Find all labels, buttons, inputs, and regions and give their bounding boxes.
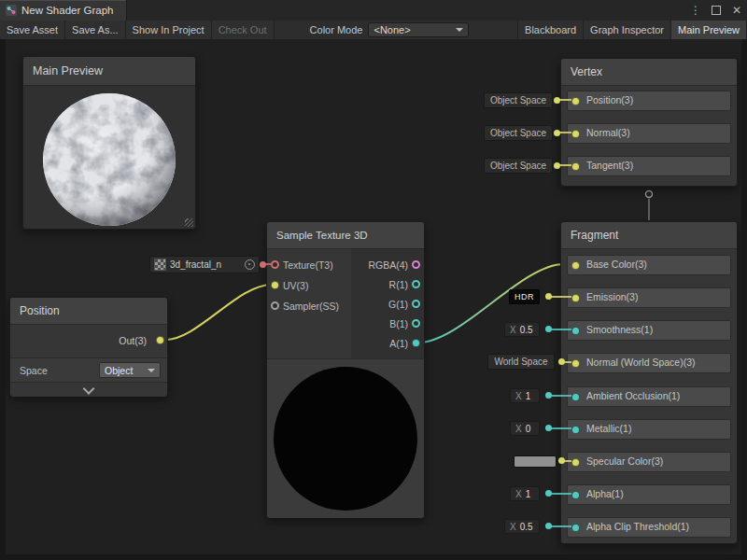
window-controls: ⋮ ✕ <box>689 0 743 21</box>
texture-thumbnail-icon <box>154 259 166 271</box>
x-prefix: X <box>515 391 522 401</box>
base-color-input-port[interactable] <box>571 261 580 270</box>
smoothness-row[interactable]: Smoothness(1) <box>567 320 731 341</box>
maximize-icon[interactable] <box>710 3 723 18</box>
main-preview-panel[interactable]: Main Preview <box>22 56 196 230</box>
normal-space-pill[interactable]: Object Space <box>484 125 553 141</box>
normal-input-port[interactable] <box>571 130 580 138</box>
titlebar: New Shader Graph ⋮ ✕ <box>0 0 747 21</box>
alpha-clip-row[interactable]: Alpha Clip Threshold(1) <box>567 517 731 538</box>
g-output-port[interactable] <box>412 300 420 308</box>
specular-color-input-port[interactable] <box>571 458 580 467</box>
default-stub <box>551 395 571 397</box>
document-tab[interactable]: New Shader Graph <box>0 0 127 21</box>
a-output-port[interactable] <box>412 339 420 347</box>
emission-input-port[interactable] <box>571 294 580 302</box>
alpha-row[interactable]: Alpha(1) <box>567 484 731 505</box>
ambient-occlusion-field[interactable]: X 1 <box>510 388 540 403</box>
position-space-row: Space Object <box>10 357 167 383</box>
tangent-input-port[interactable] <box>571 162 580 171</box>
graph-canvas[interactable]: Main Preview <box>0 39 747 560</box>
position-node-title[interactable]: Position <box>10 298 167 325</box>
alpha-clip-value: 0.5 <box>520 522 533 532</box>
connector-handle-icon[interactable] <box>646 191 653 198</box>
sample-node-title[interactable]: Sample Texture 3D <box>267 222 424 249</box>
tangent-space-pill[interactable]: Object Space <box>484 158 553 174</box>
resize-grip-icon[interactable] <box>185 218 193 227</box>
rgba-output-port[interactable] <box>412 260 420 269</box>
sample-texture-3d-node[interactable]: Sample Texture 3D Texture(T3) UV(3) Samp… <box>266 221 425 518</box>
save-as-button[interactable]: Save As... <box>65 21 126 39</box>
vertex-node[interactable]: Vertex Position(3) Normal(3) Tangent(3) <box>560 58 738 187</box>
space-dropdown-value: Object <box>105 365 133 376</box>
vertex-tangent-row[interactable]: Tangent(3) <box>567 156 731 176</box>
port-label: Specular Color(3) <box>586 455 663 467</box>
smoothness-field[interactable]: X 0.5 <box>504 322 540 337</box>
vertex-node-title[interactable]: Vertex <box>561 59 737 86</box>
smoothness-input-port[interactable] <box>571 327 580 335</box>
color-mode-dropdown[interactable]: <None> <box>368 22 469 37</box>
metallic-row[interactable]: Metallic(1) <box>567 419 731 440</box>
base-color-row[interactable]: Base Color(3) <box>567 255 731 275</box>
port-label: Sampler(SS) <box>283 298 339 315</box>
port-label: RGBA(4) <box>368 257 408 273</box>
alpha-clip-field[interactable]: X 0.5 <box>504 519 540 534</box>
edge-alpha-to-basecolor[interactable] <box>418 264 564 343</box>
node-collapse-footer[interactable] <box>10 382 167 397</box>
x-prefix: X <box>510 325 516 335</box>
port-label: Ambient Occlusion(1) <box>586 390 680 401</box>
port-label: R(1) <box>389 276 408 293</box>
vertex-position-row[interactable]: Position(3) <box>567 91 731 111</box>
specular-color-row[interactable]: Specular Color(3) <box>567 452 731 472</box>
specular-color-swatch[interactable] <box>514 455 557 468</box>
out-output-port[interactable] <box>156 336 164 344</box>
emission-hdr-field[interactable]: HDR <box>509 289 540 304</box>
position-input-port[interactable] <box>571 97 580 105</box>
ambient-occlusion-row[interactable]: Ambient Occlusion(1) <box>567 386 731 407</box>
graph-inspector-toggle-button[interactable]: Graph Inspector <box>584 21 671 39</box>
check-out-button[interactable]: Check Out <box>212 21 275 39</box>
position-space-pill[interactable]: Object Space <box>484 92 553 108</box>
default-stub <box>564 460 571 462</box>
fragment-node-title[interactable]: Fragment <box>561 222 737 249</box>
metallic-input-port[interactable] <box>571 426 580 434</box>
default-connection-dot <box>545 326 552 332</box>
default-stub <box>551 525 571 527</box>
graph-frame-bottom <box>0 554 747 560</box>
space-dropdown[interactable]: Object <box>99 362 161 378</box>
r-output-port[interactable] <box>412 280 420 288</box>
ambient-occlusion-input-port[interactable] <box>571 393 580 401</box>
collapse-chevron-icon <box>83 383 95 395</box>
color-mode-value: <None> <box>374 24 410 35</box>
port-label: B(1) <box>389 315 408 332</box>
metallic-field[interactable]: X 0 <box>510 421 540 436</box>
fragment-node[interactable]: Fragment Base Color(3) Emission(3) Smoot… <box>560 221 738 544</box>
object-picker-icon[interactable] <box>245 259 255 270</box>
normal-ws-space-pill[interactable]: World Space <box>487 354 555 370</box>
position-node[interactable]: Position Out(3) Space Object <box>9 297 168 396</box>
alpha-input-port[interactable] <box>571 491 580 499</box>
default-connection-dot <box>545 425 552 431</box>
main-preview-title[interactable]: Main Preview <box>23 57 195 86</box>
show-in-project-button[interactable]: Show In Project <box>126 21 212 39</box>
edge-position-to-uv[interactable] <box>165 285 272 340</box>
blackboard-toggle-button[interactable]: Blackboard <box>517 21 584 39</box>
preview-sphere <box>40 91 178 229</box>
b-output-port[interactable] <box>412 319 420 328</box>
save-asset-button[interactable]: Save Asset <box>0 21 65 39</box>
uv-input-port[interactable] <box>271 281 279 289</box>
sampler-input-port[interactable] <box>271 301 279 310</box>
color-mode-label: Color Mode <box>304 21 369 39</box>
alpha-field[interactable]: X 1 <box>510 486 540 501</box>
normal-ws-row[interactable]: Normal (World Space)(3) <box>567 353 731 373</box>
close-icon[interactable]: ✕ <box>730 3 743 18</box>
main-preview-toggle-button[interactable]: Main Preview <box>671 21 747 39</box>
window-menu-icon[interactable]: ⋮ <box>689 3 702 18</box>
texture-object-field[interactable]: 3d_fractal_n <box>149 256 260 273</box>
normal-ws-input-port[interactable] <box>571 359 580 368</box>
alpha-clip-input-port[interactable] <box>571 524 580 532</box>
vertex-normal-row[interactable]: Normal(3) <box>567 123 731 144</box>
emission-row[interactable]: Emission(3) <box>567 287 731 308</box>
port-label: Tangent(3) <box>586 160 633 171</box>
texture-input-port[interactable] <box>271 260 279 269</box>
